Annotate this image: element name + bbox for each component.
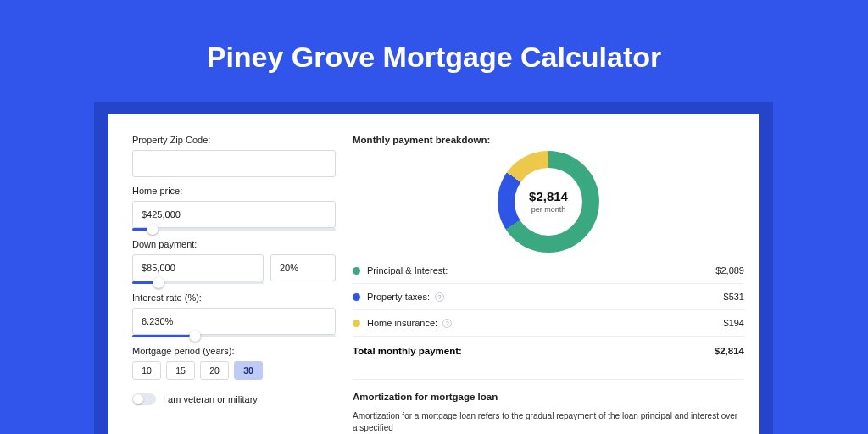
- info-icon[interactable]: ?: [435, 292, 444, 302]
- down-payment-input[interactable]: [132, 254, 264, 281]
- donut-sublabel: per month: [531, 205, 566, 214]
- breakdown-label: Property taxes:: [367, 292, 430, 302]
- term-btn-20[interactable]: 20: [200, 361, 229, 380]
- home-price-slider-thumb[interactable]: [147, 224, 159, 235]
- term-btn-10[interactable]: 10: [132, 361, 161, 380]
- calculator-card: Property Zip Code: Home price: Down paym…: [108, 114, 760, 434]
- donut-chart-wrap: $2,814 per month: [353, 150, 744, 253]
- breakdown-total-row: Total monthly payment: $2,814: [353, 338, 744, 364]
- interest-slider[interactable]: [132, 335, 336, 337]
- down-payment-row: [132, 254, 336, 281]
- total-label: Total monthly payment:: [353, 346, 462, 356]
- page-title: Piney Grove Mortgage Calculator: [0, 0, 868, 74]
- breakdown-label: Home insurance:: [367, 318, 437, 328]
- interest-input[interactable]: [132, 308, 336, 335]
- down-payment-label: Down payment:: [132, 239, 336, 249]
- breakdown-label: Principal & Interest:: [367, 265, 448, 275]
- donut-center: $2,814 per month: [515, 168, 582, 236]
- term-label: Mortgage period (years):: [132, 346, 336, 356]
- interest-slider-thumb[interactable]: [190, 331, 201, 342]
- veteran-toggle-knob: [133, 394, 143, 404]
- interest-label: Interest rate (%):: [132, 292, 336, 303]
- home-price-input[interactable]: [132, 201, 336, 228]
- breakdown-value: $531: [724, 292, 744, 302]
- home-price-slider[interactable]: [132, 228, 336, 231]
- breakdown-value: $194: [724, 318, 744, 328]
- divider: [353, 336, 744, 337]
- zip-label: Property Zip Code:: [132, 135, 336, 145]
- donut-chart: $2,814 per month: [498, 151, 599, 253]
- breakdown-row-insurance: Home insurance: ? $194: [353, 310, 744, 336]
- total-value: $2,814: [715, 346, 744, 356]
- breakdown-value: $2,089: [715, 265, 744, 275]
- info-icon[interactable]: ?: [442, 319, 452, 328]
- down-payment-slider[interactable]: [132, 281, 264, 284]
- veteran-row: I am veteran or military: [132, 393, 336, 405]
- interest-slider-fill: [132, 335, 195, 337]
- donut-value: $2,814: [529, 189, 568, 203]
- form-column: Property Zip Code: Home price: Down paym…: [132, 130, 336, 434]
- breakdown-list: Principal & Interest: $2,089 Property ta…: [353, 258, 744, 364]
- breakdown-column: Monthly payment breakdown: $2,814 per mo…: [353, 130, 744, 434]
- down-payment-pct-input[interactable]: [270, 254, 336, 281]
- dot-icon: [353, 293, 360, 301]
- term-btn-30[interactable]: 30: [234, 361, 263, 380]
- amortization-section: Amortization for mortgage loan Amortizat…: [353, 379, 744, 434]
- dot-icon: [353, 320, 360, 327]
- term-btn-15[interactable]: 15: [166, 361, 195, 380]
- breakdown-title: Monthly payment breakdown:: [353, 135, 744, 145]
- breakdown-row-principal: Principal & Interest: $2,089: [353, 258, 744, 283]
- dot-icon: [353, 267, 360, 275]
- amortization-title: Amortization for mortgage loan: [353, 392, 744, 402]
- veteran-label: I am veteran or military: [163, 394, 258, 404]
- breakdown-row-taxes: Property taxes: ? $531: [353, 284, 744, 309]
- zip-input[interactable]: [132, 150, 336, 177]
- home-price-label: Home price:: [132, 186, 336, 196]
- term-buttons-row: 10 15 20 30: [132, 361, 336, 380]
- veteran-toggle[interactable]: [132, 393, 156, 405]
- amortization-text: Amortization for a mortgage loan refers …: [353, 410, 744, 434]
- down-payment-slider-thumb[interactable]: [153, 277, 164, 288]
